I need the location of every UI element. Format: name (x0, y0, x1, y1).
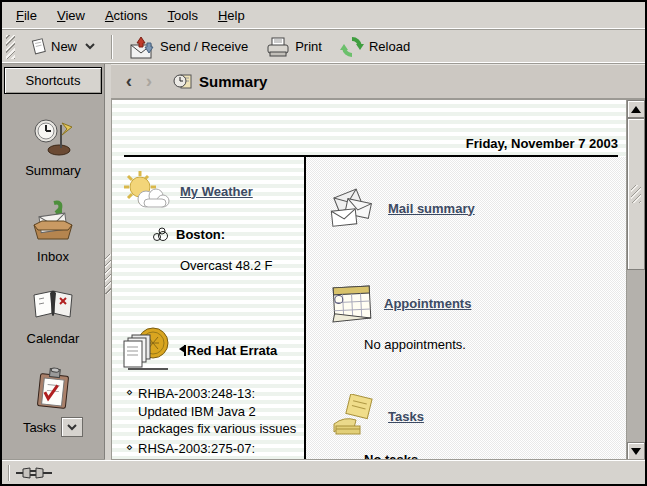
back-button[interactable]: ‹ (119, 71, 139, 91)
print-button[interactable]: Print (259, 32, 329, 62)
arrow-down-icon (631, 448, 641, 455)
new-button[interactable]: New (23, 34, 102, 60)
scroll-up-button[interactable] (627, 100, 645, 118)
appointments-link[interactable]: Appointments (384, 296, 471, 311)
print-icon (266, 36, 290, 58)
sidebar-item-tasks-label: Tasks (23, 420, 56, 435)
reload-label: Reload (369, 39, 410, 54)
chevron-down-icon (85, 43, 95, 50)
tasks-link[interactable]: Tasks (388, 409, 424, 424)
view-title: Summary (199, 73, 267, 90)
scroll-down-button[interactable] (627, 442, 645, 460)
new-document-icon (30, 38, 46, 56)
mail-summary-link[interactable]: Mail summary (388, 201, 475, 216)
online-status-icon[interactable] (16, 466, 52, 480)
evolution-window: File View Actions Tools Help New (0, 0, 647, 486)
weather-location: Boston: (176, 227, 225, 242)
sidebar-item-inbox[interactable]: Inbox (30, 199, 76, 264)
sidebar-item-summary-label: Summary (25, 163, 81, 178)
summary-content: Friday, November 7 2003 (112, 100, 626, 460)
sidebar-item-tasks[interactable]: Tasks (23, 367, 83, 437)
errata-item-code: RHBA-2003:248-13: (138, 386, 255, 401)
sidebar-item-summary[interactable]: Summary (25, 115, 81, 178)
summary-date: Friday, November 7 2003 (112, 100, 626, 153)
tasks-summary-icon (328, 394, 378, 438)
arrow-up-icon (631, 106, 641, 113)
send-receive-icon (129, 35, 155, 59)
scrollbar-thumb[interactable] (627, 118, 645, 270)
toolbar-grip[interactable] (6, 35, 15, 59)
vertical-scrollbar[interactable] (626, 100, 645, 460)
status-bar (2, 460, 645, 484)
mail-summary-icon (328, 187, 378, 229)
errata-item-code: RHSA-2003:275-07: (138, 441, 255, 456)
summary-header-icon (173, 72, 193, 91)
app-body: Shortcuts Summary (2, 64, 645, 460)
send-receive-button[interactable]: Send / Receive (122, 31, 255, 63)
splitter-grip-icon (105, 254, 111, 294)
errata-item-desc: Updated IBM Java 2 packages fix various … (138, 404, 296, 437)
toolbar: New Send / Receive (2, 30, 645, 64)
summary-icon (31, 115, 75, 157)
weather-report: Overcast 48.2 F (180, 258, 298, 273)
no-tasks-text: No tasks (364, 452, 626, 460)
shortcuts-sidebar: Shortcuts Summary (2, 64, 105, 460)
shortcuts-label: Shortcuts (26, 73, 81, 88)
forward-button[interactable]: › (139, 71, 159, 91)
send-receive-label: Send / Receive (160, 39, 248, 54)
view-header: ‹ › Summary (111, 64, 645, 99)
menu-help[interactable]: Help (208, 4, 255, 27)
menu-view[interactable]: View (47, 4, 95, 27)
cloud-glyph-icon (150, 227, 170, 242)
statusbar-grip (8, 465, 10, 481)
print-label: Print (295, 39, 322, 54)
sidebar-item-calendar-label: Calendar (27, 331, 80, 346)
summary-left-column: My Weather Boston (112, 157, 306, 460)
weather-icon (120, 169, 170, 213)
reload-button[interactable]: Reload (333, 32, 417, 62)
menu-tools[interactable]: Tools (158, 4, 208, 27)
summary-right-column: Mail summary (306, 157, 626, 460)
errata-title: Red Hat Errata (184, 343, 277, 358)
menu-actions[interactable]: Actions (95, 4, 158, 27)
scrollbar-grip-icon (631, 185, 641, 203)
pane-splitter[interactable] (105, 64, 111, 460)
menu-file[interactable]: File (6, 4, 47, 27)
shortcuts-group-button[interactable]: Shortcuts (4, 67, 102, 94)
calendar-icon (30, 285, 76, 325)
inbox-icon (30, 199, 76, 243)
tasks-icon (32, 367, 74, 411)
appointments-icon (328, 283, 374, 323)
main-pane: ‹ › Summary Friday, November 7 2003 (111, 64, 645, 460)
errata-flag-icon (184, 345, 186, 356)
menu-bar: File View Actions Tools Help (2, 2, 645, 30)
reload-icon (340, 36, 364, 58)
toolbar-separator (111, 35, 113, 59)
sidebar-item-calendar[interactable]: Calendar (27, 285, 80, 346)
my-weather-link[interactable]: My Weather (180, 184, 253, 199)
errata-list: RHBA-2003:248-13: Updated IBM Java 2 pac… (126, 385, 298, 460)
sidebar-item-inbox-label: Inbox (37, 249, 69, 264)
errata-item-desc: Updated CUPS packages fix denial of serv… (138, 458, 286, 460)
errata-item[interactable]: RHBA-2003:248-13: Updated IBM Java 2 pac… (126, 385, 298, 438)
errata-icon (120, 325, 174, 375)
tasks-combo-button[interactable] (61, 417, 83, 437)
no-appointments-text: No appointments. (364, 337, 626, 352)
scrollbar-track[interactable] (627, 118, 645, 442)
new-button-label: New (51, 39, 77, 54)
errata-item[interactable]: RHSA-2003:275-07: Updated CUPS packages … (126, 440, 298, 460)
